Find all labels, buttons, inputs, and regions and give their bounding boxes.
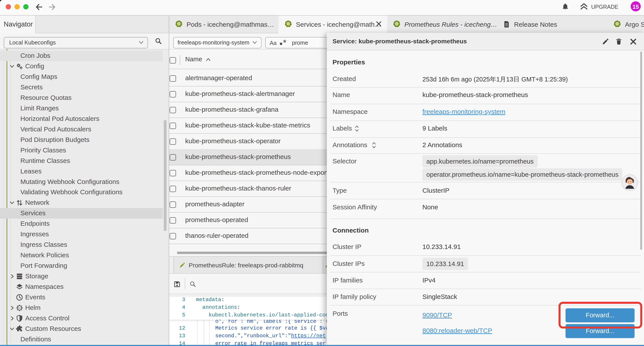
svg-text:HELM: HELM [17, 307, 22, 309]
